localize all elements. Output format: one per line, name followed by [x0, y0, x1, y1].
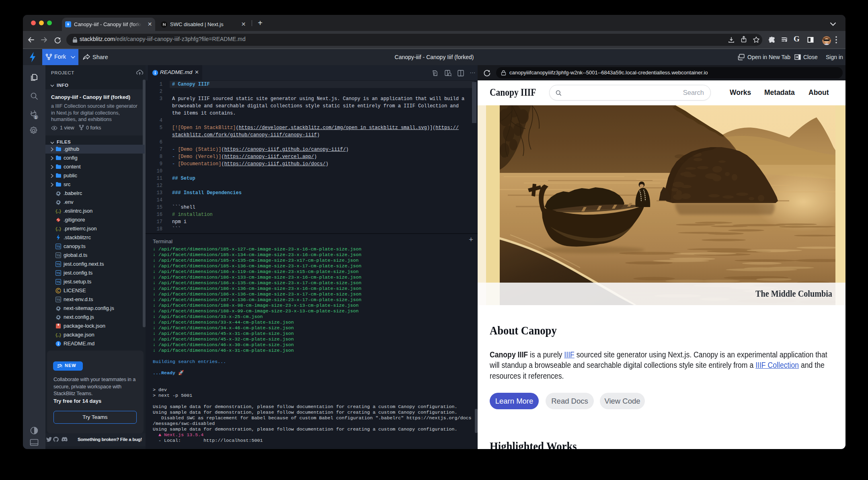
svg-text:TS: TS [56, 254, 60, 257]
svg-text:{..}: {..} [55, 209, 62, 214]
svg-text:{..}: {..} [55, 333, 62, 338]
svg-text:{..}: {..} [55, 227, 62, 232]
svg-text:TS: TS [56, 263, 60, 266]
svg-text:TS: TS [56, 245, 60, 248]
svg-text:TS: TS [56, 298, 60, 302]
svg-text:TS: TS [56, 280, 60, 284]
svg-text:1: 1 [35, 115, 37, 119]
svg-text:TS: TS [56, 271, 60, 275]
